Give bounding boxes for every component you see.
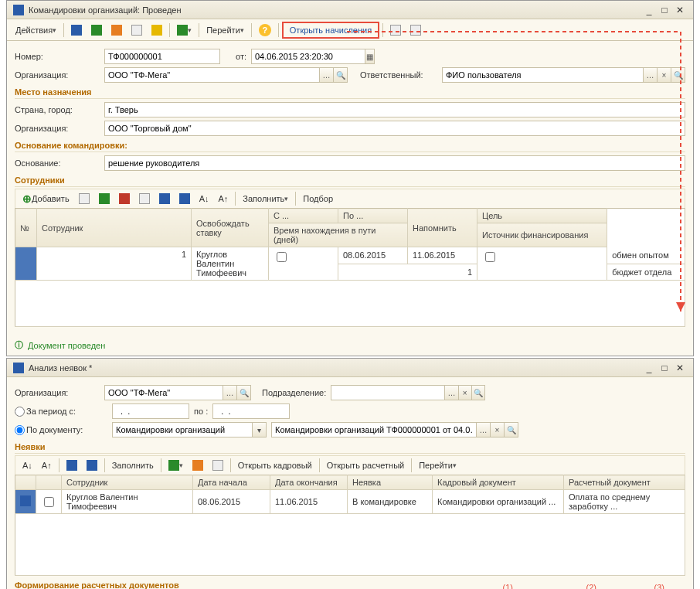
cell-from: 08.06.2015 xyxy=(338,247,408,264)
open-pay-button[interactable]: Открыть расчетный xyxy=(323,458,409,472)
doc-type-input[interactable] xyxy=(113,423,252,437)
abs-cell-emp: Круглов Валентин Тимофеевич xyxy=(62,490,193,514)
abs-sort-icon-1[interactable]: A↓ xyxy=(19,458,36,472)
open-hr-button[interactable]: Открыть кадровый xyxy=(234,458,316,472)
cell-travel-days: 1 xyxy=(338,264,477,281)
abs-goto-menu[interactable]: Перейти xyxy=(415,458,460,472)
release-checkbox[interactable] xyxy=(277,252,287,262)
add-button-label: Добавить xyxy=(32,194,70,203)
date-input[interactable] xyxy=(252,49,365,63)
absences-grid[interactable]: Сотрудник Дата начала Дата окончания Нея… xyxy=(15,475,685,576)
toolbar-icon-2[interactable] xyxy=(87,22,106,38)
minimize-button-2[interactable]: _ xyxy=(642,362,656,374)
basis-input[interactable] xyxy=(105,156,685,170)
dest-org-input[interactable] xyxy=(105,121,685,135)
grid-sort-down-icon[interactable]: A↑ xyxy=(214,192,232,206)
doc-ref-input[interactable] xyxy=(272,423,476,437)
toolbar-icon-1[interactable] xyxy=(67,22,86,38)
resp-input[interactable] xyxy=(443,68,643,82)
resp-label: Ответственный: xyxy=(360,70,437,80)
employees-section-title: Сотрудники xyxy=(15,175,685,187)
open-calc-button[interactable]: Открыть начисления xyxy=(282,22,379,39)
resp-ellipsis-icon[interactable]: … xyxy=(643,68,657,82)
abs-cell-to: 11.06.2015 xyxy=(270,490,348,514)
toolbar-icon-6[interactable] xyxy=(173,22,195,38)
grid-icon-5[interactable] xyxy=(155,192,174,206)
col-from: С ... xyxy=(269,209,338,223)
resp-search-icon[interactable]: 🔍 xyxy=(671,68,685,82)
dept-clear-icon[interactable]: × xyxy=(458,386,471,400)
col-to: По ... xyxy=(338,209,408,223)
abs-icon-3[interactable] xyxy=(165,458,187,472)
date-label: от: xyxy=(225,52,246,61)
dept-search-icon[interactable]: 🔍 xyxy=(471,386,484,400)
doc-ref-clear-icon[interactable]: × xyxy=(490,423,504,437)
grid-icon-1[interactable] xyxy=(75,192,93,206)
status-text: Документ проведен xyxy=(28,341,105,350)
goto-menu[interactable]: Перейти xyxy=(202,22,248,38)
date-picker-icon[interactable]: ▦ xyxy=(365,49,374,63)
grid-icon-3[interactable] xyxy=(115,192,134,206)
annotation-2: (2) xyxy=(586,583,596,589)
minimize-button[interactable]: _ xyxy=(642,4,656,16)
grid-icon-2[interactable] xyxy=(95,192,114,206)
abs-fill-button[interactable]: Заполнить xyxy=(108,458,158,472)
col-emp: Сотрудник xyxy=(37,209,192,247)
basis-section-title: Основание командировки: xyxy=(15,141,685,152)
toolbar-icon-5[interactable] xyxy=(148,22,166,38)
bydoc-radio[interactable] xyxy=(15,425,25,435)
fill-button[interactable]: Заполнить xyxy=(239,192,292,206)
dept-ellipsis-icon[interactable]: … xyxy=(444,386,457,400)
help-icon[interactable]: ? xyxy=(255,22,275,38)
grid-sort-up-icon[interactable]: A↓ xyxy=(195,192,213,206)
doc-ref-search-icon[interactable]: 🔍 xyxy=(504,423,518,437)
remind-checkbox[interactable] xyxy=(485,252,495,262)
doc-ref-ellipsis-icon[interactable]: … xyxy=(476,423,490,437)
close-button[interactable]: ✕ xyxy=(673,4,687,16)
titlebar-2: Анализ неявок * _ □ ✕ xyxy=(7,359,693,377)
pick-button[interactable]: Подбор xyxy=(299,192,337,206)
maximize-button[interactable]: □ xyxy=(658,4,671,16)
dept-label: Подразделение: xyxy=(262,388,326,397)
org-search-icon[interactable]: 🔍 xyxy=(333,68,347,82)
org-ellipsis-icon[interactable]: … xyxy=(319,68,333,82)
resp-clear-icon[interactable]: × xyxy=(657,68,671,82)
abs-cell-abs: В командировке xyxy=(348,490,433,514)
info-icon: ⓘ xyxy=(15,339,23,351)
abs-filter-icon-2[interactable] xyxy=(83,458,101,472)
window-icon-2 xyxy=(13,363,24,373)
period-radio[interactable] xyxy=(15,407,25,417)
close-button-2[interactable]: ✕ xyxy=(673,362,687,374)
abs-sort-icon-2[interactable]: A↑ xyxy=(38,458,56,472)
toolbar-icon-7[interactable] xyxy=(386,22,405,38)
toolbar-icon-4[interactable] xyxy=(127,22,146,38)
org-input[interactable] xyxy=(105,68,319,82)
toolbar-icon-8[interactable] xyxy=(406,22,425,38)
abs-row-checkbox[interactable] xyxy=(44,497,54,507)
col-remind: Напомнить xyxy=(408,209,477,247)
maximize-button-2[interactable]: □ xyxy=(658,362,671,374)
period-from-input[interactable] xyxy=(113,404,189,418)
period-to-input[interactable] xyxy=(213,404,290,418)
number-input[interactable] xyxy=(105,49,219,63)
table-row[interactable]: 1 Круглов Валентин Тимофеевич 08.06.2015… xyxy=(15,247,685,264)
add-button[interactable]: ⊕Добавить xyxy=(19,192,73,206)
org-input-2[interactable] xyxy=(105,386,223,400)
abs-filter-icon-1[interactable] xyxy=(63,458,81,472)
employees-grid[interactable]: № Сотрудник Освобождать ставку С ... По … xyxy=(15,208,685,327)
grid-icon-6[interactable] xyxy=(175,192,194,206)
window-title: Командировки организаций: Проведен xyxy=(29,5,182,15)
doc-type-dropdown-icon[interactable]: ▾ xyxy=(252,423,266,437)
abs-table-row[interactable]: Круглов Валентин Тимофеевич 08.06.2015 1… xyxy=(15,490,685,514)
abs-icon-4[interactable] xyxy=(189,458,207,472)
org-search-icon-2[interactable]: 🔍 xyxy=(236,386,250,400)
toolbar-icon-3[interactable] xyxy=(107,22,126,38)
abs-icon-5[interactable] xyxy=(209,458,227,472)
grid-icon-4[interactable] xyxy=(135,192,154,206)
dept-input[interactable] xyxy=(331,386,444,400)
actions-menu[interactable]: Действия xyxy=(12,22,60,38)
bydoc-radio-label: По документу: xyxy=(26,425,83,434)
city-input[interactable] xyxy=(105,103,685,117)
org-ellipsis-icon-2[interactable]: … xyxy=(223,386,236,400)
abs-col-pay: Расчетный документ xyxy=(564,475,685,490)
